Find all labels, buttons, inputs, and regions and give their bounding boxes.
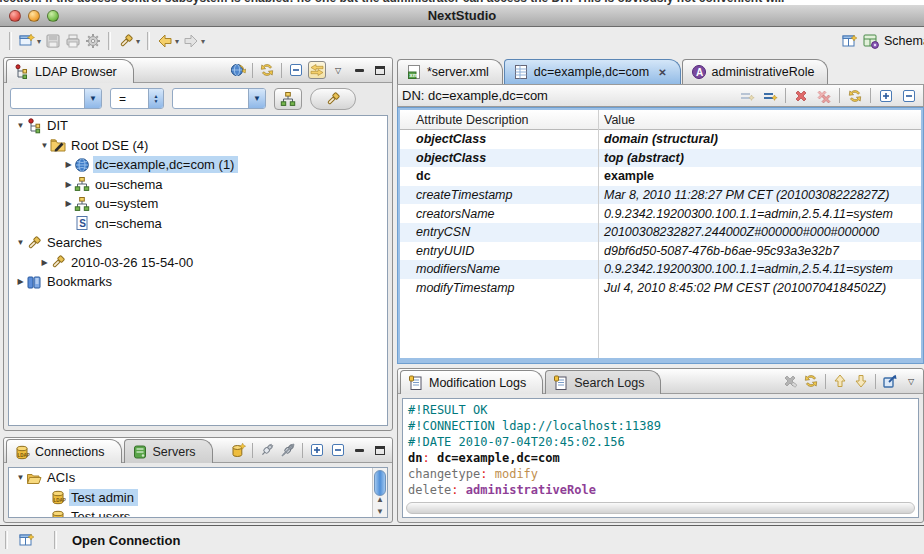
attribute-cell[interactable]: modifyTimestamp [400, 281, 598, 295]
tree-item-label[interactable]: Test users [69, 508, 134, 518]
quick-filter-button[interactable] [274, 88, 302, 110]
connections-item-test-users[interactable]: LDAPTest users [9, 507, 387, 518]
horizontal-scrollbar[interactable] [406, 502, 915, 514]
vertical-scrollbar[interactable]: ▲ ▼ [372, 468, 387, 517]
plug-button[interactable] [258, 441, 276, 459]
value-cell[interactable]: Mar 8, 2010 11:28:27 PM CET (20100308222… [598, 188, 921, 202]
gear-button[interactable] [83, 30, 103, 52]
dropdown-arrow-icon[interactable]: ▾ [175, 37, 179, 46]
plug-off-button[interactable] [279, 441, 297, 459]
down-arrow-button[interactable] [852, 372, 870, 390]
tree-item-label[interactable]: DIT [45, 117, 72, 134]
close-window-button[interactable] [9, 10, 21, 22]
dropdown-arrow-icon[interactable]: ▾ [37, 37, 41, 46]
expand-all-button[interactable] [876, 85, 896, 107]
delete-all-red-button[interactable] [814, 85, 834, 107]
value-cell[interactable]: 20100308232827.244000Z#000000#000#000000 [598, 225, 921, 239]
delete-red-button[interactable] [791, 85, 811, 107]
browser-item-2010-03-26-15-54-00[interactable]: ▶2010-03-26 15-54-00 [9, 253, 387, 273]
collapse-all-button[interactable] [899, 85, 919, 107]
minimize-view-icon[interactable] [350, 61, 368, 79]
schema-perspective-icon[interactable] [863, 33, 879, 49]
table-row[interactable]: dcexample [400, 167, 921, 186]
editor-tab-dc-example-dc-com[interactable]: dc=example,dc=com✕ [504, 59, 681, 84]
browser-item-root-dse-4-[interactable]: ▼Root DSE (4) [9, 136, 387, 156]
flashlight-button[interactable]: ▾ [116, 30, 142, 52]
collapse-all-button[interactable] [329, 441, 347, 459]
refresh-button[interactable] [845, 85, 865, 107]
dropdown-arrow-icon[interactable]: ▾ [136, 37, 140, 46]
value-cell[interactable]: 0.9.2342.19200300.100.1.1=admin,2.5.4.11… [598, 207, 921, 221]
print-button[interactable] [63, 30, 83, 52]
attribute-cell[interactable]: modifiersName [400, 262, 598, 276]
connections-item-test-admin[interactable]: LDAPTest admin [9, 488, 387, 508]
toolbar-drag-handle[interactable] [147, 32, 150, 50]
scroll-up-icon[interactable]: ▲ [373, 493, 387, 505]
attribute-cell[interactable]: objectClass [400, 132, 598, 146]
tree-item-label[interactable]: dc=example,dc=com (1) [93, 156, 238, 173]
run-quick-search-button[interactable] [310, 88, 356, 110]
expand-all-button[interactable] [308, 441, 326, 459]
table-row[interactable]: modifyTimestampJul 4, 2010 8:45:02 PM CE… [400, 279, 921, 298]
back-arrow-button[interactable]: ▾ [155, 30, 181, 52]
browser-item-bookmarks[interactable]: ▶Bookmarks [9, 272, 387, 292]
browser-item-ou-schema[interactable]: ▶ou=schema [9, 175, 387, 195]
forward-arrow-button[interactable]: ▾ [181, 30, 207, 52]
attribute-cell[interactable]: createTimestamp [400, 188, 598, 202]
browser-item-ou-system[interactable]: ▶ou=system [9, 194, 387, 214]
maximize-view-icon[interactable] [371, 441, 389, 459]
globe-sync-button[interactable] [229, 61, 247, 79]
toolbar-drag-handle[interactable] [108, 32, 111, 50]
expand-arrow-icon[interactable]: ▶ [39, 258, 50, 267]
table-row[interactable]: modifiersName0.9.2342.19200300.100.1.1=a… [400, 260, 921, 279]
value-cell[interactable]: example [598, 169, 921, 183]
browser-item-cn-schema[interactable]: Scn=schema [9, 214, 387, 234]
table-row[interactable]: objectClassdomain (structural) [400, 130, 921, 149]
value-cell[interactable]: top (abstract) [598, 151, 921, 165]
table-row[interactable]: objectClasstop (abstract) [400, 149, 921, 168]
table-row[interactable]: entryUUIDd9bf6d50-5087-476b-b6ae-95c93a3… [400, 242, 921, 261]
view-menu-icon[interactable]: ▽ [902, 372, 920, 390]
connections-item-acis[interactable]: ▼ACIs [9, 468, 387, 488]
add-attr-disabled-button[interactable] [737, 85, 757, 107]
view-tab-search-logs[interactable]: Search Logs [545, 370, 661, 394]
refresh-button[interactable] [258, 61, 276, 79]
editor-tab-administrativerole[interactable]: AadministrativeRole [682, 59, 829, 84]
collapse-all-button[interactable] [287, 61, 305, 79]
close-tab-icon[interactable]: ✕ [658, 67, 666, 78]
open-perspective-icon[interactable] [842, 33, 858, 49]
new-wizard-button[interactable]: ▾ [17, 30, 43, 52]
editor-tab--server-xml[interactable]: xml*server.xml [397, 59, 503, 84]
tree-item-label[interactable]: Root DSE (4) [69, 137, 152, 154]
toolbar-drag-handle[interactable] [9, 32, 12, 50]
filter-attribute-combo[interactable]: ▼ [10, 88, 102, 109]
minimize-window-button[interactable] [28, 10, 40, 22]
collapse-arrow-icon[interactable]: ▼ [15, 473, 26, 482]
attribute-cell[interactable]: entryUUID [400, 244, 598, 258]
filter-value-combo[interactable]: ▼ [172, 88, 266, 109]
collapse-arrow-icon[interactable]: ▼ [39, 141, 50, 150]
tree-item-label[interactable]: ou=schema [93, 176, 167, 193]
export-button[interactable] [881, 372, 899, 390]
save-button[interactable] [43, 30, 63, 52]
browser-item-dit[interactable]: ▼DIT [9, 116, 387, 136]
attribute-cell[interactable]: dc [400, 169, 598, 183]
tree-item-label[interactable]: cn=schema [93, 215, 166, 232]
view-menu-icon[interactable]: ▽ [329, 61, 347, 79]
dropdown-arrow-icon[interactable]: ▾ [201, 37, 205, 46]
view-tab-modification-logs[interactable]: Modification Logs [400, 370, 543, 394]
value-cell[interactable]: 0.9.2342.19200300.100.1.1=admin,2.5.4.11… [598, 262, 921, 276]
expand-arrow-icon[interactable]: ▶ [63, 160, 74, 169]
scroll-down-icon[interactable]: ▼ [373, 505, 387, 517]
collapse-arrow-icon[interactable]: ▼ [15, 121, 26, 130]
tab-ldap-browser[interactable]: LDAP Browser [6, 59, 134, 83]
minimize-view-icon[interactable] [350, 441, 368, 459]
table-row[interactable]: entryCSN20100308232827.244000Z#000000#00… [400, 223, 921, 242]
chevron-down-icon[interactable]: ▼ [248, 89, 265, 108]
column-value[interactable]: Value [598, 113, 635, 127]
chevron-down-icon[interactable]: ▼ [84, 89, 101, 108]
modification-log-text[interactable]: #!RESULT OK#!CONNECTION ldap://localhost… [402, 398, 919, 518]
tree-item-label[interactable]: Searches [45, 234, 106, 251]
attribute-cell[interactable]: creatorsName [400, 207, 598, 221]
schema-perspective-label[interactable]: Schema [884, 34, 924, 48]
